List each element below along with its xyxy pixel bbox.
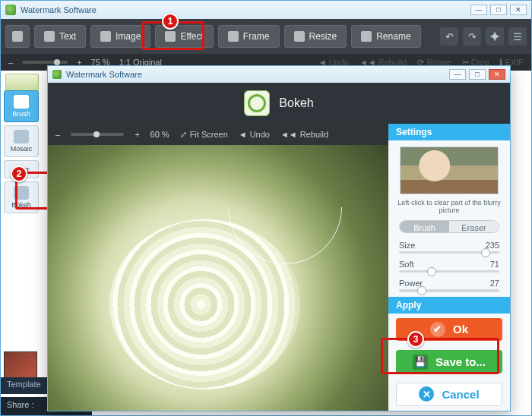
main-title: Watermark Software [21, 5, 97, 14]
canvas-zoom-out-icon[interactable]: – [55, 130, 60, 139]
soft-value: 71 [490, 260, 499, 269]
canvas-rebuild-label: Rebuild [300, 130, 328, 139]
check-icon: ✔ [430, 322, 445, 337]
save-to-button[interactable]: 💾 Save to... [396, 350, 502, 373]
image-label: Image [116, 31, 141, 42]
tool-bokeh-label: Bokeh [11, 201, 31, 209]
toolbar-extra-4[interactable]: ☰ [508, 27, 527, 46]
frame-icon [228, 31, 239, 42]
image-button[interactable]: Image [90, 25, 150, 48]
bokeh-header-icon [244, 90, 270, 116]
mosaic-icon [14, 130, 29, 143]
apply-header: Apply [388, 297, 510, 314]
size-slider[interactable] [399, 251, 499, 254]
tool-brush-label: Brush [12, 110, 30, 118]
canvas-zoom-in-icon[interactable]: + [135, 130, 139, 139]
main-titlebar[interactable]: Watermark Software — □ ✕ [1, 1, 531, 19]
brush-eraser-segment: Brush Eraser [399, 220, 499, 233]
save-icon: 💾 [413, 355, 428, 370]
ok-button[interactable]: ✔ Ok [396, 318, 502, 342]
brush-icon [14, 95, 29, 109]
resize-icon [294, 31, 305, 42]
dialog-title: Watermark Software [66, 70, 142, 79]
dialog-close-button[interactable]: ✕ [489, 69, 505, 80]
canvas-column: – + 60 % ⤢ Fit Screen ◄ Undo ◄◄ Rebuild [48, 124, 388, 411]
dialog-app-icon [52, 70, 62, 79]
save-label: Save to... [435, 355, 486, 368]
segment-brush[interactable]: Brush [400, 221, 449, 232]
power-slider[interactable] [399, 289, 499, 292]
effect-tools-sidebar: Brush Mosaic Color Bokeh [4, 90, 39, 213]
settings-hint: Left-click to clear part of the blurry p… [388, 197, 510, 220]
canvas-rebuild-button[interactable]: ◄◄ Rebuild [280, 130, 328, 139]
tool-color-label: Color [13, 165, 30, 173]
frame-button[interactable]: Frame [218, 25, 280, 48]
tool-mosaic-label: Mosaic [11, 145, 33, 153]
dialog-titlebar[interactable]: Watermark Software — □ ✕ [48, 66, 510, 83]
maximize-button[interactable]: □ [490, 5, 507, 15]
settings-header: Settings [388, 124, 510, 140]
soft-label: Soft [399, 260, 414, 269]
settings-panel: Settings Left-click to clear part of the… [388, 124, 510, 411]
canvas-undo-button[interactable]: ◄ Undo [239, 130, 270, 139]
canvas-undo-label: Undo [250, 130, 270, 139]
canvas-toolbar: – + 60 % ⤢ Fit Screen ◄ Undo ◄◄ Rebuild [48, 124, 388, 145]
settings-preview-image [400, 147, 499, 194]
bokeh-dialog: Watermark Software — □ ✕ Bokeh – + 60 % … [47, 65, 511, 411]
rename-icon [361, 31, 372, 42]
text-label: Text [59, 31, 76, 42]
cancel-icon: ✕ [419, 386, 434, 402]
tool-brush[interactable]: Brush [4, 90, 39, 122]
cancel-label: Cancel [442, 388, 479, 401]
dialog-window-controls: — □ ✕ [449, 69, 505, 80]
resize-button[interactable]: Resize [284, 25, 347, 48]
text-icon [44, 31, 55, 42]
tool-bokeh[interactable]: Bokeh [4, 181, 39, 213]
toolbar-extra-3[interactable]: ⯌ [486, 27, 504, 46]
segment-eraser[interactable]: Eraser [449, 221, 499, 232]
rename-button[interactable]: Rename [351, 25, 420, 48]
tool-color[interactable]: Color [4, 160, 39, 178]
dialog-maximize-button[interactable]: □ [469, 69, 486, 80]
effect-label: Effect [180, 31, 203, 42]
toolbar-extra-2[interactable]: ↷ [463, 27, 481, 46]
dialog-body: – + 60 % ⤢ Fit Screen ◄ Undo ◄◄ Rebuild … [48, 124, 510, 411]
minimize-button[interactable]: — [470, 5, 487, 15]
ok-label: Ok [453, 323, 468, 336]
zoom-out-icon[interactable]: – [8, 58, 13, 67]
soft-slider[interactable] [399, 270, 499, 273]
effect-button[interactable]: Effect [155, 25, 213, 48]
power-value: 27 [490, 279, 499, 288]
template-thumb[interactable] [4, 351, 37, 379]
home-icon [12, 31, 23, 42]
home-button[interactable] [5, 25, 30, 48]
text-button[interactable]: Text [34, 25, 86, 48]
canvas[interactable] [48, 145, 388, 411]
rename-label: Rename [376, 31, 410, 42]
dialog-header-title: Bokeh [279, 96, 313, 110]
toolbar-extra-1[interactable]: ↶ [440, 27, 458, 46]
dialog-header: Bokeh [48, 83, 510, 124]
canvas-zoom-pct: 60 % [150, 130, 169, 139]
frame-label: Frame [243, 31, 270, 42]
main-window-controls: — □ ✕ [470, 5, 527, 15]
cancel-button[interactable]: ✕ Cancel [396, 383, 502, 406]
tool-mosaic[interactable]: Mosaic [4, 125, 39, 157]
close-button[interactable]: ✕ [510, 5, 527, 15]
bokeh-icon [14, 186, 29, 200]
zoom-slider[interactable] [22, 61, 68, 64]
dialog-minimize-button[interactable]: — [449, 69, 466, 80]
app-icon [5, 5, 16, 15]
fit-screen-button[interactable]: ⤢ Fit Screen [180, 130, 228, 140]
main-toolbar: Text Image Effect Frame Resize Rename ↶ … [1, 19, 531, 54]
thumbnail-strip[interactable] [5, 74, 39, 92]
canvas-zoom-slider[interactable] [71, 133, 124, 136]
effect-icon [165, 31, 176, 42]
image-icon [100, 31, 111, 42]
fit-label: Fit Screen [190, 130, 228, 139]
resize-label: Resize [309, 31, 337, 42]
size-label: Size [399, 241, 415, 250]
